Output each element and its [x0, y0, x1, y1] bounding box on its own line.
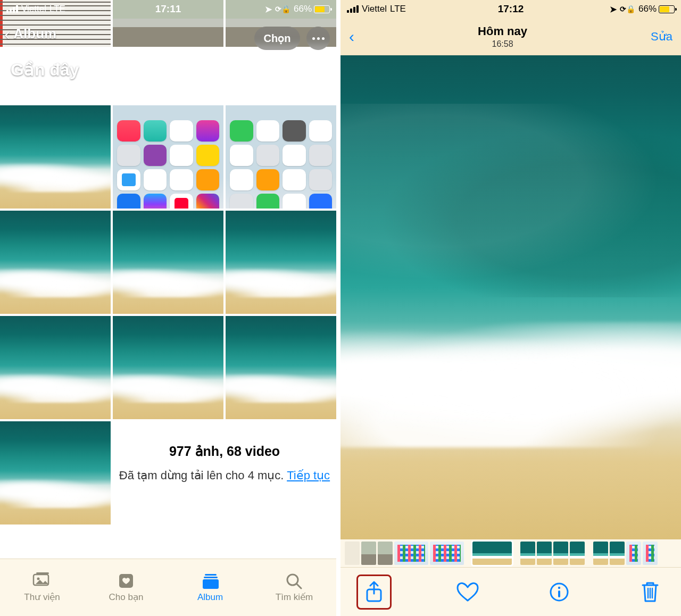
resume-upload-link[interactable]: Tiếp tục — [287, 469, 330, 482]
battery-icon — [314, 5, 330, 13]
filmstrip-thumb[interactable] — [570, 542, 585, 565]
svg-rect-5 — [204, 577, 218, 578]
tab-library[interactable]: Thư viện — [0, 559, 84, 616]
photo-thumb[interactable] — [0, 211, 111, 314]
tab-label: Cho bạn — [109, 592, 144, 603]
search-icon — [284, 572, 305, 589]
tab-bar: Thư viện Cho bạn Album Tìm kiếm — [0, 559, 336, 616]
status-bar: Viettel LTE 17:11 ➤ ⟳🔒 66% — [0, 0, 336, 18]
filmstrip-thumb[interactable] — [378, 542, 393, 565]
filmstrip-thumb[interactable] — [537, 542, 552, 565]
filmstrip-thumb[interactable] — [626, 542, 641, 565]
filmstrip-thumb[interactable] — [593, 542, 608, 565]
photo-thumb[interactable] — [113, 105, 223, 209]
back-label: Album — [13, 26, 56, 42]
info-button[interactable] — [544, 577, 574, 607]
upload-status: Đã tạm dừng tải lên cho 4 mục. Tiếp tục — [113, 469, 336, 482]
heart-icon — [456, 581, 479, 603]
chevron-left-icon: ‹ — [349, 28, 354, 45]
photo-thumb[interactable] — [226, 316, 336, 419]
for-you-icon — [115, 572, 137, 589]
photo-viewer[interactable] — [340, 55, 681, 539]
photo-thumb[interactable] — [226, 105, 336, 209]
edit-button[interactable]: Sửa — [651, 30, 672, 44]
filmstrip-thumb[interactable] — [394, 542, 428, 565]
select-label: Chọn — [264, 32, 291, 45]
favorite-button[interactable] — [453, 577, 483, 607]
section-title-recent: Gần đây — [11, 60, 79, 80]
share-highlight — [356, 575, 392, 610]
trash-icon — [641, 581, 660, 603]
svg-rect-1 — [36, 572, 49, 574]
status-time: 17:11 — [0, 3, 336, 15]
albums-icon — [200, 573, 221, 590]
battery-icon — [659, 5, 675, 13]
library-icon — [31, 572, 53, 589]
filmstrip[interactable] — [340, 539, 681, 567]
svg-line-8 — [297, 584, 301, 588]
filmstrip-thumb[interactable] — [610, 542, 625, 565]
more-button[interactable] — [306, 27, 330, 50]
delete-button[interactable] — [635, 577, 665, 607]
photos-album-screen: Viettel LTE 17:11 ➤ ⟳🔒 66% ‹ Album — [0, 0, 340, 616]
share-button[interactable] — [359, 577, 389, 607]
filmstrip-thumb-current[interactable] — [472, 542, 512, 565]
tab-label: Tìm kiếm — [276, 592, 313, 603]
photo-video-count: 977 ảnh, 68 video — [113, 444, 336, 459]
nav-title: Hôm nay — [478, 24, 527, 38]
tab-for-you[interactable]: Cho bạn — [84, 559, 168, 616]
ellipsis-icon — [312, 37, 325, 40]
svg-rect-6 — [203, 579, 219, 589]
svg-point-2 — [37, 578, 40, 580]
photo-thumb[interactable] — [0, 316, 111, 419]
photo-thumb[interactable] — [113, 316, 223, 419]
share-icon — [365, 581, 383, 603]
tab-albums[interactable]: Album — [168, 559, 252, 616]
nav-header: ‹ Hôm nay 16:58 Sửa — [340, 18, 681, 55]
status-time: 17:12 — [340, 3, 681, 15]
back-button[interactable]: ‹ Album — [4, 24, 56, 43]
tab-label: Thư viện — [24, 592, 60, 603]
photo-toolbar — [340, 567, 681, 616]
photo-thumb[interactable] — [0, 421, 111, 525]
back-button[interactable]: ‹ — [349, 29, 354, 45]
svg-rect-12 — [558, 590, 560, 597]
svg-rect-4 — [205, 574, 217, 576]
filmstrip-thumb[interactable] — [553, 542, 568, 565]
tab-label: Album — [197, 592, 223, 603]
chevron-left-icon: ‹ — [4, 24, 10, 43]
svg-point-11 — [558, 586, 560, 588]
photo-detail-screen: Viettel LTE 17:12 ➤ ⟳🔒 66% ‹ Hôm nay 16:… — [340, 0, 681, 616]
filmstrip-thumb[interactable] — [430, 542, 464, 565]
filmstrip-thumb[interactable] — [345, 542, 360, 565]
nav-subtitle: 16:58 — [478, 39, 527, 49]
photo-thumb[interactable] — [0, 105, 111, 209]
filmstrip-thumb[interactable] — [520, 542, 535, 565]
filmstrip-thumb[interactable] — [643, 542, 658, 565]
info-icon — [549, 581, 570, 603]
photo-thumb[interactable] — [226, 211, 336, 314]
select-button[interactable]: Chọn — [254, 27, 300, 50]
status-bar: Viettel LTE 17:12 ➤ ⟳🔒 66% — [340, 0, 681, 18]
filmstrip-thumb[interactable] — [361, 542, 376, 565]
photo-thumb[interactable] — [113, 211, 223, 314]
tab-search[interactable]: Tìm kiếm — [252, 559, 336, 616]
